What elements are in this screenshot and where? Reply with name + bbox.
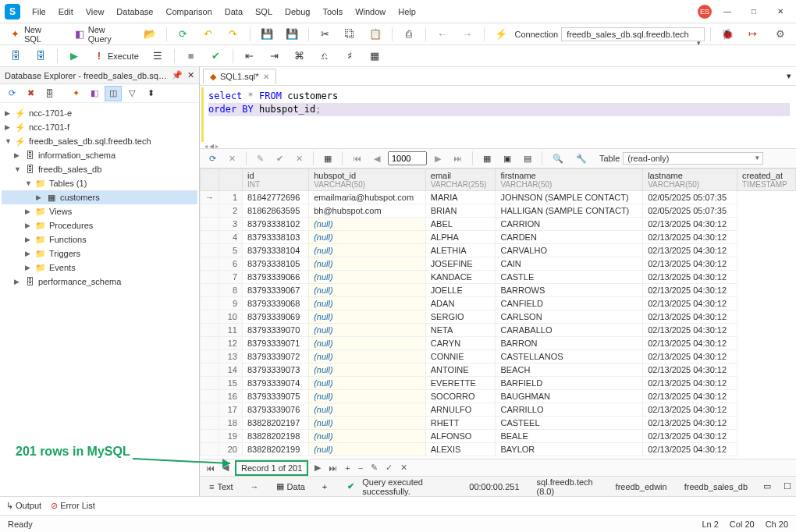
grid-view1-button[interactable]: ▦: [478, 151, 496, 166]
rec-edit-button[interactable]: ✎: [369, 463, 379, 473]
run-button[interactable]: ▶: [63, 48, 85, 65]
connection-combo[interactable]: freedb_sales_db.sql.freedb.tech: [561, 27, 705, 41]
table-row[interactable]: 2083828202199(null)ALEXISBAYLOR02/13/202…: [201, 443, 796, 456]
table-row[interactable]: 783793339066(null)KANDACECASTLE02/13/202…: [201, 271, 796, 284]
table-row[interactable]: 1783793339076(null)ARNULFOCARRILLO02/13/…: [201, 403, 796, 417]
tree-perf-schema[interactable]: ▶🗄performance_schema: [2, 275, 197, 289]
save-all-button[interactable]: 💾: [281, 26, 303, 43]
close-conn-button[interactable]: ✖: [22, 86, 39, 101]
table-row[interactable]: 1283793339071(null)CARYNBARRON02/13/2025…: [201, 337, 796, 350]
table-row[interactable]: 281862863595bh@hubspot.comBRIANHALLIGAN …: [201, 204, 796, 218]
table-row[interactable]: →181842772696emailmaria@hubspot.comMARIA…: [201, 191, 796, 204]
commit-button[interactable]: ✔: [205, 48, 227, 65]
grid-last-button[interactable]: ⏭: [449, 151, 467, 165]
pivot-button[interactable]: ▦: [364, 48, 386, 65]
menu-help[interactable]: Help: [393, 4, 421, 20]
grid-revert-button[interactable]: ✕: [291, 151, 307, 166]
table-row[interactable]: 1183793339070(null)NETACARABALLO02/13/20…: [201, 324, 796, 337]
comment-button[interactable]: ⌘: [289, 48, 311, 65]
grid-edit-button[interactable]: ✎: [252, 151, 268, 166]
table-row[interactable]: 1583793339074(null)EVERETTEBARFIELD02/13…: [201, 377, 796, 390]
col-created_at[interactable]: created_atTIMESTAMP: [737, 169, 796, 191]
table-row[interactable]: 883793339067(null)JOELLEBARROWS02/13/202…: [201, 284, 796, 297]
close-tab-icon[interactable]: ✕: [263, 73, 269, 81]
grid-tool-button[interactable]: 🔧: [571, 151, 592, 166]
table-row[interactable]: 683793338105(null)JOSEFINECAIN02/13/2025…: [201, 257, 796, 271]
error-list-tab[interactable]: ⊘ Error List: [51, 501, 95, 511]
table-row[interactable]: 1383793339072(null)CONNIECASTELLANOS02/1…: [201, 350, 796, 364]
menu-sql[interactable]: SQL: [250, 4, 278, 20]
rec-prev-button[interactable]: ◀: [221, 463, 230, 473]
grid-refresh-button[interactable]: ⟳: [204, 151, 221, 166]
table-row[interactable]: 1083793339069(null)SERGIOCARLSON02/13/20…: [201, 310, 796, 324]
tree-functions-folder[interactable]: ▶📁Functions: [2, 232, 197, 246]
nav-fwd-button[interactable]: →: [457, 26, 478, 43]
tree-tables-folder[interactable]: ▼📁Tables (1): [2, 176, 197, 190]
rec-ok-button[interactable]: ✓: [384, 463, 394, 473]
list-button[interactable]: ☰: [147, 48, 169, 65]
maximize-button[interactable]: □: [743, 4, 765, 20]
uncomment-button[interactable]: ⎌: [314, 48, 336, 65]
cut-button[interactable]: ✂: [314, 26, 336, 43]
tree-events-folder[interactable]: ▶📁Events: [2, 261, 197, 275]
table-row[interactable]: 383793338102(null)ABELCARRION02/13/2025 …: [201, 218, 796, 231]
format-button[interactable]: ♯: [339, 48, 361, 65]
table-row[interactable]: 1483793339073(null)ANTOINEBEACH02/13/202…: [201, 364, 796, 377]
refresh-button[interactable]: ⟳: [172, 26, 194, 43]
page-size-input[interactable]: [388, 151, 427, 165]
execute-button[interactable]: !Execute: [88, 48, 144, 65]
db-export-button[interactable]: 🗄: [30, 48, 52, 65]
pin-icon[interactable]: 📌: [172, 70, 183, 80]
debug-start-button[interactable]: 🐞: [716, 26, 738, 43]
rec-add-button[interactable]: +: [343, 463, 351, 473]
col-lastname[interactable]: lastnameVARCHAR(50): [643, 169, 737, 191]
indent-out-button[interactable]: ⇤: [239, 48, 261, 65]
grid-view3-button[interactable]: ▤: [519, 151, 536, 166]
editor-tab[interactable]: ◆ SQL1.sql* ✕: [203, 69, 276, 84]
print-button[interactable]: ⎙: [398, 26, 420, 43]
rec-last-button[interactable]: ⏭: [327, 463, 339, 473]
menu-data[interactable]: Data: [219, 4, 248, 20]
refresh-tree-button[interactable]: ⟳: [3, 86, 20, 101]
tree-info-schema[interactable]: ▶🗄information_schema: [2, 148, 197, 162]
menu-debug[interactable]: Debug: [279, 4, 315, 20]
output-tab[interactable]: ↳ Output: [6, 501, 41, 511]
collapse-button[interactable]: ⬍: [142, 86, 159, 101]
tree-sales-db[interactable]: ▼🗄freedb_sales_db: [2, 162, 197, 176]
paste-button[interactable]: 📋: [364, 26, 386, 43]
menu-view[interactable]: View: [80, 4, 110, 20]
user-badge[interactable]: ES: [698, 5, 712, 19]
col-hubspot_id[interactable]: hubspot_idVARCHAR(50): [309, 169, 426, 191]
table-row[interactable]: 1683793339075(null)SOCORROBAUGHMAN02/13/…: [201, 390, 796, 403]
sql-editor[interactable]: select * FROM customers order BY hubspot…: [201, 87, 794, 142]
new-query-button[interactable]: ◧New Query: [69, 23, 136, 46]
rec-del-button[interactable]: −: [357, 463, 364, 473]
table-mode-combo[interactable]: (read-only): [623, 152, 763, 165]
grid-first-button[interactable]: ⏮: [348, 151, 366, 165]
table-row[interactable]: 1983828202198(null)ALFONSOBEALE02/13/202…: [201, 430, 796, 443]
tree-customers-table[interactable]: ▶▦customers: [2, 190, 197, 204]
grid-view2-button[interactable]: ▣: [499, 151, 516, 166]
new-sql-tree-button[interactable]: ✦: [67, 86, 84, 101]
grid-cancel-button[interactable]: ✕: [224, 151, 240, 166]
db-import-button[interactable]: 🗄: [5, 48, 27, 65]
close-button[interactable]: ✕: [769, 4, 791, 20]
show-objects-button[interactable]: ◫: [105, 86, 122, 101]
connect-button[interactable]: ⚡: [490, 26, 512, 43]
close-panel-icon[interactable]: ☐: [784, 481, 791, 491]
arrow-tab[interactable]: →: [246, 481, 264, 493]
tree-views-folder[interactable]: ▶📁Views: [2, 204, 197, 218]
grid-apply-button[interactable]: ✔: [272, 151, 288, 166]
copy-button[interactable]: ⿻: [339, 26, 361, 43]
menu-window[interactable]: Window: [350, 4, 391, 20]
grid-card-button[interactable]: ▦: [319, 151, 336, 166]
open-button[interactable]: 📂: [139, 26, 161, 43]
menu-file[interactable]: File: [27, 4, 52, 20]
table-row[interactable]: 483793338103(null)ALPHACARDEN02/13/2025 …: [201, 231, 796, 244]
menu-comparison[interactable]: Comparison: [160, 4, 217, 20]
grid-prev-button[interactable]: ◀: [369, 151, 385, 166]
redo-button[interactable]: ↷: [222, 26, 244, 43]
debug-step-button[interactable]: ↦: [741, 26, 763, 43]
add-tab[interactable]: +: [318, 481, 332, 493]
text-tab[interactable]: ≡Text: [204, 481, 238, 493]
